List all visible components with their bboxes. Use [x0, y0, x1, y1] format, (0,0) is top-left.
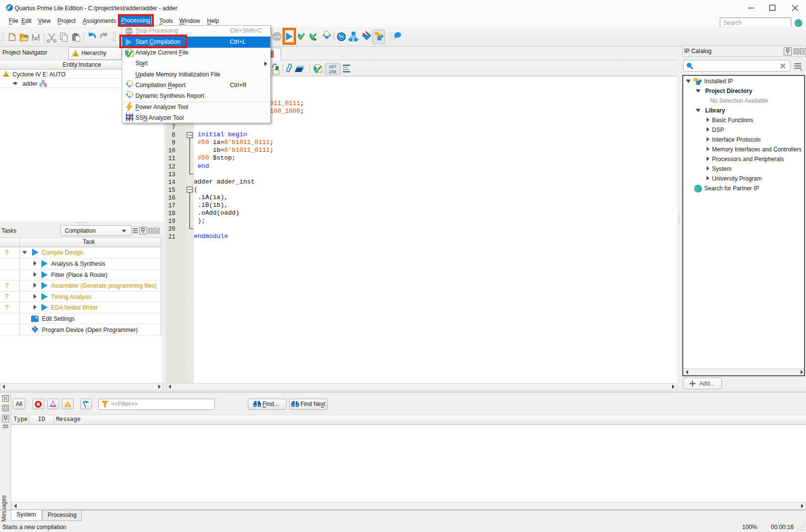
- svg-text:STOP: STOP: [274, 36, 281, 38]
- svg-text:268: 268: [329, 70, 336, 74]
- svg-text:267: 267: [329, 65, 336, 70]
- svg-text:STOP: STOP: [126, 30, 133, 33]
